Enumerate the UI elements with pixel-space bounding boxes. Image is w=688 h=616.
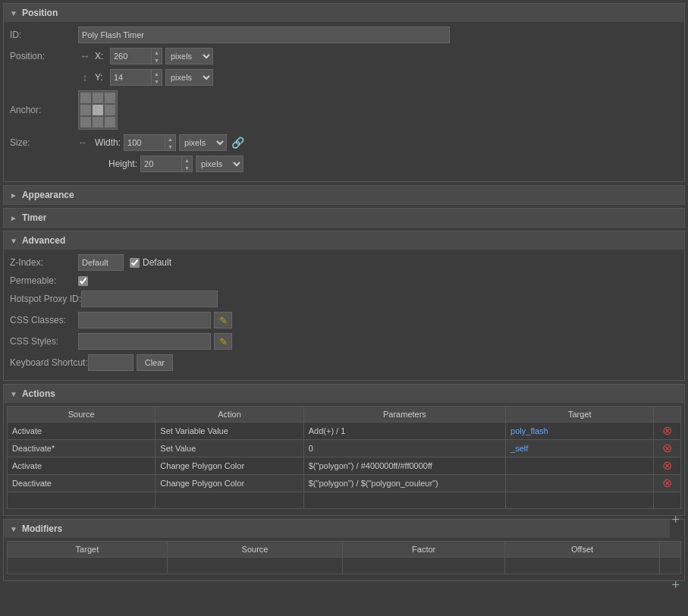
height-label: Height: — [108, 159, 137, 169]
anchor-bc[interactable] — [93, 117, 103, 127]
css-styles-wrap: ✎ — [78, 333, 232, 350]
position-header[interactable]: ▼ Position — [4, 4, 684, 22]
x-spinners[interactable]: ▲ ▼ — [152, 48, 162, 64]
height-up[interactable]: ▲ — [182, 156, 192, 164]
actions-title: Actions — [22, 388, 55, 399]
link-icon[interactable]: 🔗 — [231, 137, 244, 149]
anchor-tl[interactable] — [80, 93, 91, 103]
del-col-header — [654, 407, 681, 423]
add-action-wrap: + — [7, 509, 681, 512]
css-styles-edit-btn[interactable]: ✎ — [214, 333, 232, 350]
delete-action-button[interactable]: ⊗ — [662, 425, 672, 437]
width-up[interactable]: ▲ — [165, 135, 175, 143]
anchor-mr[interactable] — [105, 105, 115, 115]
anchor-ml[interactable] — [80, 105, 91, 115]
delete-action-button[interactable]: ⊗ — [662, 460, 672, 472]
css-styles-input[interactable] — [78, 333, 211, 350]
x-input[interactable] — [110, 48, 152, 64]
anchor-label: Anchor: — [10, 105, 78, 115]
y-up[interactable]: ▲ — [152, 70, 162, 77]
action-source-cell: Activate — [8, 423, 156, 440]
action-param-cell: $("polygon") / $("polygon_couleur") — [303, 475, 505, 492]
action-action-cell: Change Polygon Color — [156, 475, 303, 492]
spread-horizontal-icon: ↔ — [78, 49, 92, 63]
hotspot-proxy-label: Hotspot Proxy ID: — [10, 294, 81, 304]
modifiers-table: Target Source Factor Offset — [7, 541, 681, 574]
x-down[interactable]: ▼ — [152, 56, 162, 64]
height-down[interactable]: ▼ — [182, 164, 192, 171]
add-modifier-wrap: + — [7, 574, 681, 577]
anchor-tc[interactable] — [93, 93, 103, 103]
height-input[interactable] — [140, 156, 182, 172]
advanced-section: ▼ Advanced Z-Index: Default Permeable: H… — [3, 231, 685, 381]
id-input[interactable] — [78, 27, 450, 43]
timer-header[interactable]: ► Timer — [4, 209, 684, 227]
clear-button[interactable]: Clear — [137, 354, 173, 371]
appearance-header[interactable]: ► Appearance — [4, 186, 684, 204]
action-target-cell — [506, 475, 654, 492]
mod-offset-header: Offset — [505, 542, 660, 558]
anchor-grid[interactable] — [78, 90, 118, 130]
action-col-header: Action — [156, 407, 303, 423]
target-col-header: Target — [506, 407, 654, 423]
keyboard-shortcut-input[interactable] — [88, 354, 134, 371]
anchor-mc[interactable] — [93, 105, 103, 115]
mod-target-header: Target — [8, 542, 168, 558]
anchor-tr[interactable] — [105, 93, 115, 103]
size-width-row: Size: ↔ Width: ▲ ▼ pixelspercentem 🔗 — [10, 134, 678, 151]
width-input-wrap: ▲ ▼ — [124, 134, 176, 151]
position-x-row: Position: ↔ X: ▲ ▼ pixelspercentem — [10, 48, 678, 64]
css-classes-label: CSS Classes: — [10, 315, 78, 325]
y-down[interactable]: ▼ — [152, 77, 162, 85]
x-up[interactable]: ▲ — [152, 49, 162, 56]
delete-action-cell: ⊗ — [654, 423, 681, 440]
zindex-row: Z-Index: Default — [10, 254, 678, 271]
css-classes-wrap: ✎ — [78, 312, 232, 328]
anchor-bl[interactable] — [80, 117, 91, 127]
action-action-cell: Change Polygon Color — [156, 457, 303, 475]
width-down[interactable]: ▼ — [165, 143, 175, 150]
mod-del-header — [660, 542, 681, 558]
delete-action-cell: ⊗ — [654, 457, 681, 475]
y-spinners[interactable]: ▲ ▼ — [152, 69, 162, 86]
y-input-wrap: ▲ ▼ — [110, 69, 162, 86]
modifiers-section: ▼ Modifiers Target Source Factor Offset — [3, 519, 685, 581]
action-row: Deactivate Change Polygon Color $("polyg… — [8, 475, 681, 492]
position-body: ID: Position: ↔ X: ▲ ▼ pixelspercentem — [4, 22, 684, 181]
modifiers-body: Target Source Factor Offset — [4, 538, 684, 580]
delete-action-cell: ⊗ — [654, 475, 681, 492]
x-unit-select[interactable]: pixelspercentem — [165, 48, 213, 64]
source-col-header: Source — [8, 407, 156, 423]
height-unit-select[interactable]: pixelspercentem — [196, 156, 243, 172]
anchor-br[interactable] — [105, 117, 115, 127]
width-unit-select[interactable]: pixelspercentem — [179, 134, 227, 151]
width-input[interactable] — [124, 134, 165, 151]
id-label: ID: — [10, 30, 78, 40]
add-modifier-button[interactable]: + — [670, 576, 681, 595]
main-panel: ▼ Position ID: Position: ↔ X: ▲ ▼ — [0, 0, 688, 587]
width-spinners[interactable]: ▲ ▼ — [165, 134, 176, 151]
modifiers-header[interactable]: ▼ Modifiers — [4, 520, 670, 538]
add-action-button[interactable]: + — [670, 511, 681, 530]
advanced-header[interactable]: ▼ Advanced — [4, 231, 684, 250]
actions-body: Source Action Parameters Target Activate… — [4, 403, 684, 515]
zindex-default-checkbox[interactable] — [130, 258, 140, 268]
zindex-default-label: Default — [143, 257, 171, 268]
zindex-input[interactable] — [78, 254, 124, 271]
css-classes-input[interactable] — [78, 312, 211, 328]
y-unit-select[interactable]: pixelspercentem — [165, 69, 213, 86]
y-input[interactable] — [110, 69, 152, 86]
action-source-cell: Deactivate* — [8, 440, 156, 457]
permeable-checkbox[interactable] — [78, 276, 88, 286]
css-classes-edit-btn[interactable]: ✎ — [214, 312, 232, 328]
modifiers-title: Modifiers — [22, 523, 62, 534]
hotspot-proxy-input[interactable] — [81, 291, 218, 307]
delete-action-button[interactable]: ⊗ — [662, 477, 672, 489]
delete-action-button[interactable]: ⊗ — [662, 442, 672, 454]
actions-header[interactable]: ▼ Actions — [4, 385, 684, 403]
position-label: Position: — [10, 51, 78, 61]
zindex-default-wrap: Default — [130, 257, 171, 268]
height-spinners[interactable]: ▲ ▼ — [182, 156, 193, 172]
timer-arrow: ► — [10, 214, 17, 222]
appearance-arrow: ► — [10, 191, 17, 200]
